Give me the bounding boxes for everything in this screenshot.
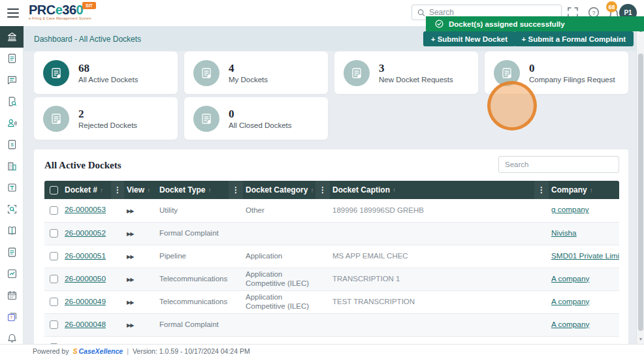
col-docket-category[interactable]: Docket Category↑ (243, 181, 315, 199)
docket-category-cell (243, 222, 315, 245)
scrollbar-thumb[interactable] (638, 54, 643, 331)
stat-card-my-dockets[interactable]: 4My Dockets (184, 52, 328, 94)
dockets-table-panel: All Active Dockets Docket #↑ ⋮ View↑ Doc… (34, 149, 628, 344)
docket-user-icon (193, 60, 219, 86)
docket-caption-cell: SDAF SDF SDF (330, 336, 534, 344)
casexellence-brand: CaseXellence (78, 347, 123, 355)
file-text-icon-2 (7, 247, 18, 258)
docket-category-cell: Other (243, 199, 315, 222)
sidebar-item-inquiries[interactable]: ? (0, 306, 24, 328)
table-row: 26-0000052 ▶▶ Formal Complaint Nivisha (44, 222, 619, 245)
fast-forward-icon[interactable]: ▶▶ (127, 254, 133, 260)
row-checkbox[interactable] (50, 206, 58, 215)
company-link[interactable]: g company (551, 205, 589, 214)
bank-icon (7, 31, 18, 42)
stat-label: All Closed Dockets (229, 121, 292, 129)
col-docket-type[interactable]: Docket Type↑ (157, 181, 229, 199)
select-all-checkbox[interactable] (50, 186, 58, 194)
col-docket-number[interactable]: Docket #↑ (62, 181, 111, 199)
stat-card-all-closed[interactable]: 0All Closed Dockets (184, 97, 328, 140)
stat-label: Company Filings Request (529, 76, 615, 84)
docket-category-cell: Application Competitive (ILEC) (243, 268, 315, 290)
scroll-down-icon[interactable]: ▼ (637, 336, 644, 343)
docket-link[interactable]: 26-0000050 (65, 274, 106, 283)
toast-message: Docket(s) assigned successfully (449, 20, 565, 28)
sidebar-item-reports[interactable] (0, 263, 24, 285)
row-checkbox[interactable] (50, 298, 58, 306)
file-dollar-icon: $ (7, 139, 18, 150)
vertical-scrollbar[interactable]: ▲ ▼ (636, 26, 644, 344)
table-row: 26-0000051 ▶▶ Pipeline Application MS AP… (44, 245, 619, 268)
sort-icon[interactable]: ↑ (100, 187, 103, 194)
sidebar-item-audit-search[interactable] (0, 198, 24, 220)
sidebar-item-billing[interactable]: $ (0, 134, 24, 155)
fast-forward-icon[interactable]: ▶▶ (127, 231, 133, 237)
sort-icon[interactable]: ↑ (147, 187, 150, 194)
footer: Powered by S CaseXellence | Version: 1.0… (0, 344, 644, 357)
stat-value: 2 (78, 108, 137, 119)
submit-formal-complaint-button[interactable]: + Submit a Formal Complaint (514, 31, 634, 46)
company-link[interactable]: Nivisha (551, 228, 577, 238)
sidebar-item-documents[interactable] (0, 241, 24, 263)
sidebar-item-messages[interactable] (0, 69, 24, 91)
company-link[interactable]: A company (551, 274, 589, 283)
sort-icon[interactable]: ↑ (393, 187, 396, 194)
stat-card-rejected[interactable]: 2Rejected Dockets (34, 97, 178, 140)
submit-new-docket-button[interactable]: + Submit New Docket (423, 31, 515, 46)
sidebar-item-parties[interactable] (0, 112, 24, 134)
table-search-input[interactable] (498, 156, 619, 173)
sidebar-item-dashboard[interactable] (0, 26, 24, 48)
row-checkbox[interactable] (50, 320, 58, 329)
sidebar-item-templates[interactable] (0, 177, 24, 198)
fast-forward-icon[interactable]: ▶▶ (127, 208, 133, 214)
sort-icon[interactable]: ↑ (310, 187, 314, 194)
global-search-input[interactable] (429, 8, 556, 17)
column-menu-icon[interactable]: ⋮ (111, 181, 124, 199)
row-checkbox[interactable] (50, 252, 58, 260)
text-box-icon (7, 182, 18, 193)
docket-doc-icon (43, 60, 69, 86)
docket-type-cell: Utility (157, 336, 229, 344)
sort-icon[interactable]: ↑ (590, 187, 593, 194)
user-audio-icon (7, 117, 18, 129)
svg-text:$: $ (10, 142, 14, 147)
column-menu-icon[interactable]: ⋮ (229, 181, 243, 199)
stat-label: Rejected Dockets (78, 121, 137, 129)
stat-card-new-requests[interactable]: 3New Docket Requests (334, 52, 478, 94)
company-link[interactable]: SMD01 Private Limited (551, 251, 619, 260)
sidebar-item-dockets[interactable] (0, 48, 24, 69)
company-link[interactable]: A company (551, 297, 589, 306)
logo-36: 36 (62, 3, 76, 17)
sidebar-nav: $ ? (0, 26, 24, 344)
column-menu-icon[interactable]: ⋮ (534, 181, 549, 199)
docket-type-cell: Formal Complaint (157, 313, 229, 336)
row-checkbox[interactable] (50, 229, 58, 238)
hamburger-menu-icon[interactable] (7, 8, 19, 18)
stat-card-all-active[interactable]: 68All Active Dockets (34, 52, 178, 94)
company-link[interactable]: A company (551, 320, 589, 329)
docket-type-cell: Pipeline (157, 245, 229, 268)
sidebar-item-companies[interactable] (0, 155, 24, 177)
docket-type-cell: Telecommunications (157, 290, 229, 313)
col-view[interactable]: View↑ (124, 181, 157, 199)
sort-icon[interactable]: ↑ (208, 187, 211, 194)
footer-divider: | (127, 347, 129, 355)
docket-link[interactable]: 26-0000049 (65, 297, 106, 306)
docket-type-cell: Formal Complaint (157, 222, 229, 245)
docket-link[interactable]: 26-0000051 (65, 251, 106, 260)
row-checkbox[interactable] (50, 275, 58, 283)
table-header-row: Docket #↑ ⋮ View↑ Docket Type↑ ⋮ Docket … (44, 181, 619, 199)
docket-link[interactable]: 26-0000048 (65, 320, 106, 329)
column-menu-icon[interactable]: ⋮ (315, 181, 330, 199)
sidebar-item-library[interactable] (0, 220, 24, 241)
col-company[interactable]: Company↑ (549, 181, 619, 199)
fast-forward-icon[interactable]: ▶▶ (127, 300, 133, 305)
docket-link[interactable]: 26-0000053 (65, 205, 106, 214)
sidebar-item-calendar[interactable] (0, 285, 24, 306)
col-docket-caption[interactable]: Docket Caption↑ (330, 181, 534, 199)
fast-forward-icon[interactable]: ▶▶ (127, 322, 133, 328)
fast-forward-icon[interactable]: ▶▶ (127, 277, 133, 283)
stat-value: 4 (229, 63, 268, 74)
docket-link[interactable]: 26-0000052 (65, 228, 106, 238)
sidebar-item-file-review[interactable] (0, 91, 24, 112)
